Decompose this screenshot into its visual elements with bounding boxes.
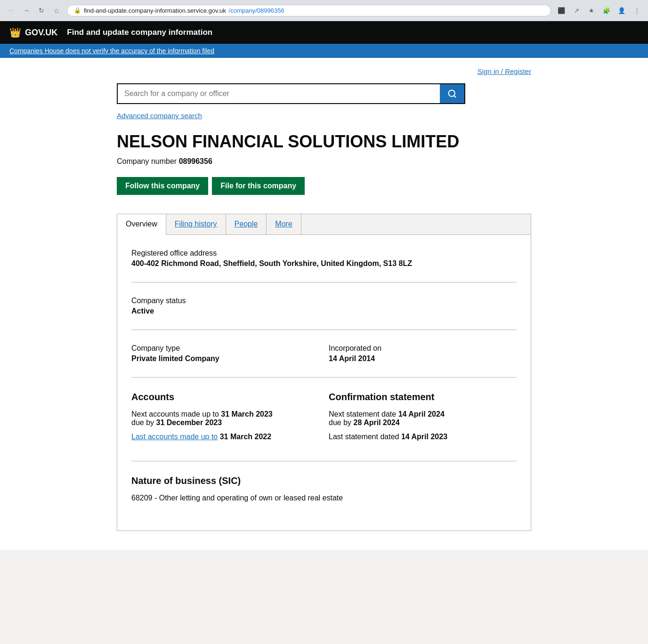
follow-company-button[interactable]: Follow this company <box>117 177 208 195</box>
blue-banner: Companies House does not verify the accu… <box>0 44 648 58</box>
company-buttons: Follow this company File for this compan… <box>117 177 531 195</box>
sic-heading: Nature of business (SIC) <box>131 475 517 486</box>
share-button[interactable]: ↗ <box>570 4 583 17</box>
tab-people[interactable]: People <box>226 214 267 234</box>
company-status-value: Active <box>131 307 517 315</box>
sic-value: 68209 - Other letting and operating of o… <box>131 494 517 502</box>
search-button[interactable] <box>440 84 464 103</box>
address-bar[interactable]: 🔒 find-and-update.company-information.se… <box>67 5 551 16</box>
registered-office-value: 400-402 Richmond Road, Sheffield, South … <box>131 259 517 268</box>
url-path: /company/08996356 <box>229 7 284 14</box>
cast-button[interactable]: ⬛ <box>555 4 568 17</box>
incorporated-col: Incorporated on 14 April 2014 <box>329 344 517 363</box>
banner-link[interactable]: Companies House does not verify the accu… <box>9 47 214 55</box>
registered-office-label: Registered office address <box>131 249 517 258</box>
browser-chrome: ← → ↻ ⌂ 🔒 find-and-update.company-inform… <box>0 0 648 21</box>
accounts-col: Accounts Next accounts made up to 31 Mar… <box>131 392 319 447</box>
incorporated-label: Incorporated on <box>329 344 517 353</box>
next-statement-due-date: 28 April 2024 <box>354 419 400 427</box>
advanced-search-section: Advanced company search <box>117 112 531 120</box>
crown-icon: 👑 <box>9 27 21 38</box>
browser-nav-buttons: ← → ↻ ⌂ <box>5 4 63 17</box>
last-statement-date: 14 April 2023 <box>401 433 447 441</box>
gov-logo: 👑 GOV.UK <box>9 27 57 38</box>
company-type-label: Company type <box>131 344 319 353</box>
next-statement-text: Next statement date <box>329 410 396 418</box>
gov-logo-text: GOV.UK <box>25 28 57 38</box>
last-accounts-link[interactable]: Last accounts made up to <box>131 433 218 441</box>
tab-overview[interactable]: Overview <box>117 214 166 235</box>
search-icon <box>447 89 457 98</box>
company-number-value: 08996356 <box>179 157 212 165</box>
file-for-company-button[interactable]: File for this company <box>212 177 305 195</box>
advanced-search-link[interactable]: Advanced company search <box>117 112 202 120</box>
next-accounts-text: Next accounts made up to <box>131 410 219 418</box>
sign-in-section: Sign in / Register <box>117 67 531 76</box>
last-accounts-row: Last accounts made up to 31 March 2022 <box>131 433 319 441</box>
company-status-label: Company status <box>131 297 517 305</box>
forward-button[interactable]: → <box>20 4 33 17</box>
company-type-col: Company type Private limited Company <box>131 344 319 363</box>
tab-more[interactable]: More <box>267 214 301 234</box>
next-statement-date: 14 April 2024 <box>398 410 445 418</box>
reload-button[interactable]: ↻ <box>35 4 48 17</box>
last-statement-text: Last statement dated <box>329 433 399 441</box>
company-name: NELSON FINANCIAL SOLUTIONS LIMITED <box>117 131 531 152</box>
search-input[interactable] <box>118 84 440 103</box>
search-container <box>117 83 465 104</box>
incorporated-value: 14 April 2014 <box>329 354 517 363</box>
registered-office-section: Registered office address 400-402 Richmo… <box>131 249 517 282</box>
url-base: find-and-update.company-information.serv… <box>84 7 226 14</box>
company-type-value: Private limited Company <box>131 354 319 363</box>
confirmation-heading: Confirmation statement <box>329 392 517 402</box>
accounts-heading: Accounts <box>131 392 319 402</box>
next-statement-row: Next statement date 14 April 2024 due by… <box>329 410 517 427</box>
service-name: Find and update company information <box>67 28 212 37</box>
menu-button[interactable]: ⋮ <box>630 4 643 17</box>
back-button[interactable]: ← <box>5 4 18 17</box>
profile-button[interactable]: 👤 <box>615 4 628 17</box>
gov-header: 👑 GOV.UK Find and update company informa… <box>0 21 648 44</box>
confirmation-col: Confirmation statement Next statement da… <box>329 392 517 447</box>
company-number-section: Company number 08996356 <box>117 157 531 166</box>
sic-section: Nature of business (SIC) 68209 - Other l… <box>131 475 517 516</box>
tab-filing-history[interactable]: Filing history <box>166 214 226 234</box>
accounts-confirmation-section: Accounts Next accounts made up to 31 Mar… <box>131 392 517 461</box>
company-status-section: Company status Active <box>131 297 517 330</box>
page-container[interactable]: ← → ↻ ⌂ 🔒 find-and-update.company-inform… <box>0 0 648 644</box>
last-statement-row: Last statement dated 14 April 2023 <box>329 433 517 441</box>
last-accounts-date: 31 March 2022 <box>220 433 271 441</box>
page-wrapper: 👑 GOV.UK Find and update company informa… <box>0 21 648 550</box>
main-content: Sign in / Register Advanced company sear… <box>98 58 550 550</box>
next-statement-due-text: due by <box>329 419 351 427</box>
company-number-label: Company number <box>117 157 177 165</box>
sign-in-link[interactable]: Sign in / Register <box>478 67 531 75</box>
lock-icon: 🔒 <box>74 7 81 14</box>
tabs-container: Overview Filing history People More Regi… <box>117 214 531 531</box>
bookmark-button[interactable]: ★ <box>585 4 598 17</box>
next-accounts-row: Next accounts made up to 31 March 2023 d… <box>131 410 319 427</box>
tab-content-overview: Registered office address 400-402 Richmo… <box>117 235 531 531</box>
next-accounts-date: 31 March 2023 <box>221 410 272 418</box>
next-accounts-due-text: due by <box>131 419 154 427</box>
extensions-button[interactable]: 🧩 <box>600 4 613 17</box>
company-type-incorporated-section: Company type Private limited Company Inc… <box>131 344 517 378</box>
home-button[interactable]: ⌂ <box>50 4 63 17</box>
tabs-nav: Overview Filing history People More <box>117 214 531 235</box>
next-accounts-due-date: 31 December 2023 <box>156 419 222 427</box>
browser-actions: ⬛ ↗ ★ 🧩 👤 ⋮ <box>555 4 643 17</box>
